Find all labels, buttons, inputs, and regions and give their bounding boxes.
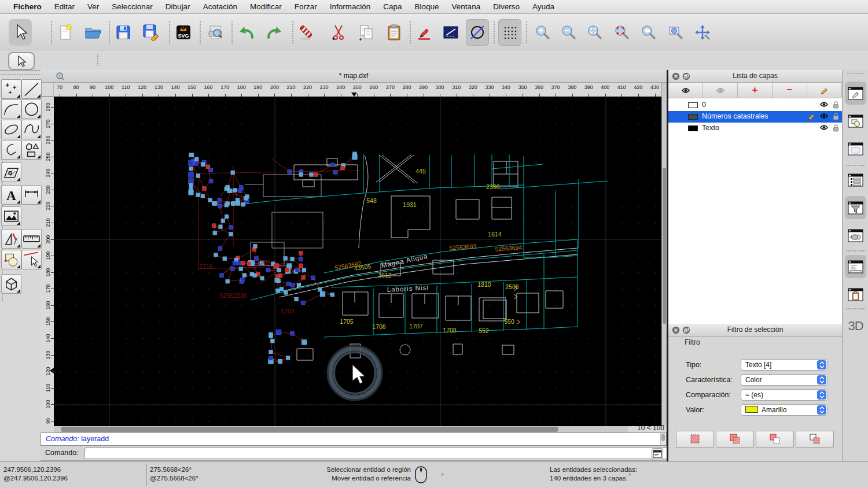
- redo-button[interactable]: [262, 19, 285, 46]
- circle-tool-button[interactable]: [21, 99, 42, 119]
- selection-tool-button[interactable]: [8, 52, 35, 70]
- ellipse-tool-button[interactable]: [1, 120, 21, 139]
- dimension-tool-button[interactable]: [21, 185, 42, 205]
- layer-edit-pencil-icon[interactable]: [807, 113, 815, 122]
- comparacion-select[interactable]: = (es): [741, 389, 827, 401]
- image-tool-button[interactable]: [1, 206, 21, 226]
- selection-filter-panel-icon[interactable]: [845, 196, 866, 219]
- line-tools-button[interactable]: [439, 19, 462, 46]
- layer-visibility-eye-icon[interactable]: [820, 124, 828, 132]
- points-tool-button[interactable]: [1, 79, 21, 99]
- command-line-panel-icon[interactable]: [845, 255, 866, 278]
- save-file-button[interactable]: [112, 19, 135, 46]
- zoom-in-button[interactable]: [531, 19, 554, 46]
- print-preview-button[interactable]: [204, 19, 227, 46]
- block-list-panel-icon[interactable]: [845, 109, 866, 132]
- grid-toggle-button[interactable]: [498, 19, 521, 46]
- drawing-canvas[interactable]: 4452360548193116144350516121810250617051…: [54, 97, 661, 426]
- shapes-tool-button[interactable]: [21, 140, 42, 160]
- menu-acotacion[interactable]: Acotación: [197, 0, 244, 14]
- menu-seleccionar[interactable]: Seleccionar: [105, 0, 159, 14]
- cut-button[interactable]: [327, 19, 350, 46]
- misc-draw-tool-button[interactable]: [1, 229, 21, 249]
- 3d-mode-button[interactable]: 3D: [843, 319, 868, 334]
- menu-diverso[interactable]: Diverso: [487, 0, 526, 14]
- caracteristica-select[interactable]: Color: [741, 374, 827, 386]
- property-editor-panel-icon[interactable]: [845, 168, 866, 191]
- layer-lock-icon[interactable]: [833, 101, 839, 110]
- ruler-tool-button[interactable]: [21, 229, 42, 249]
- pan-button[interactable]: [691, 19, 714, 46]
- new-file-button[interactable]: [54, 19, 77, 46]
- copy-button[interactable]: [355, 19, 378, 46]
- text-tool-button[interactable]: A: [1, 185, 21, 205]
- replace-selection-button[interactable]: [676, 431, 714, 448]
- hatch-tool-button[interactable]: [1, 162, 21, 182]
- dropdown-stepper-icon[interactable]: [817, 360, 826, 369]
- clipboard-panel-icon[interactable]: [845, 283, 866, 306]
- menu-informacion[interactable]: Información: [323, 0, 377, 14]
- add-to-selection-button[interactable]: [716, 431, 754, 448]
- undo-button[interactable]: [236, 19, 259, 46]
- polyline-tool-button[interactable]: [1, 140, 21, 160]
- zoom-previous-button[interactable]: [637, 19, 660, 46]
- zoom-out-button[interactable]: [557, 19, 580, 46]
- select-arrow-button[interactable]: [9, 19, 32, 46]
- layer-list-panel-icon[interactable]: [845, 82, 866, 105]
- svg-export-button[interactable]: SVG: [172, 19, 195, 46]
- toggle-layer-visibility-button[interactable]: [668, 83, 703, 98]
- menu-editar[interactable]: Editar: [48, 0, 81, 14]
- paste-button[interactable]: [382, 19, 406, 46]
- toggle-all-layers-visibility-button[interactable]: [703, 83, 738, 98]
- zoom-selection-button[interactable]: [610, 19, 634, 46]
- layer-row[interactable]: Números catastrales: [668, 111, 842, 123]
- line-tool-button[interactable]: [21, 79, 42, 99]
- vscroll-thumb[interactable]: [663, 168, 666, 324]
- layer-visibility-eye-icon[interactable]: [820, 101, 828, 109]
- layer-lock-icon[interactable]: [833, 124, 839, 134]
- canvas-vertical-scrollbar[interactable]: [661, 83, 667, 426]
- remove-layer-button[interactable]: −: [773, 83, 807, 98]
- solid-tool-button[interactable]: [1, 274, 21, 294]
- menu-forzar[interactable]: Forzar: [288, 0, 323, 14]
- zoom-window-button[interactable]: [664, 19, 687, 46]
- menu-modificar[interactable]: Modificar: [244, 0, 288, 14]
- arc-tool-button[interactable]: [1, 99, 21, 119]
- hscroll-thumb[interactable]: [61, 427, 558, 432]
- dropdown-stepper-icon[interactable]: [817, 390, 826, 400]
- intersect-selection-button[interactable]: [796, 431, 834, 448]
- command-options-button[interactable]: [652, 448, 663, 459]
- valor-select[interactable]: Amarillo: [741, 404, 827, 416]
- canvas-horizontal-scrollbar[interactable]: [54, 426, 628, 432]
- dropdown-stepper-icon[interactable]: [817, 405, 826, 415]
- menu-fichero[interactable]: Fichero: [7, 0, 48, 14]
- command-history-scrollbar[interactable]: [660, 433, 666, 445]
- save-file-as-button[interactable]: [139, 19, 163, 46]
- pen-settings-panel-icon[interactable]: [845, 224, 866, 247]
- edit-layer-button[interactable]: [807, 83, 842, 98]
- library-browser-panel-icon[interactable]: [845, 137, 866, 160]
- modify-tool-button[interactable]: [1, 250, 21, 269]
- layer-row[interactable]: Texto: [668, 123, 842, 134]
- add-layer-button[interactable]: +: [738, 83, 773, 98]
- layer-visibility-eye-icon[interactable]: [820, 113, 828, 121]
- layer-row[interactable]: 0: [668, 99, 842, 111]
- menu-ver[interactable]: Ver: [81, 0, 105, 14]
- menu-ventana[interactable]: Ventana: [446, 0, 487, 14]
- menu-ayuda[interactable]: Ayuda: [526, 0, 561, 14]
- zoom-auto-button[interactable]: [583, 19, 606, 46]
- ellipse-tools-button[interactable]: [466, 19, 489, 46]
- layer-lock-icon[interactable]: [833, 113, 839, 122]
- erase-button[interactable]: [295, 19, 318, 46]
- draw-pencil-button[interactable]: [413, 19, 436, 46]
- remove-from-selection-button[interactable]: [756, 431, 794, 448]
- menu-bloque[interactable]: Bloque: [409, 0, 446, 14]
- snap-tool-button[interactable]: [21, 250, 42, 269]
- command-input[interactable]: [84, 448, 694, 459]
- dropdown-stepper-icon[interactable]: [817, 375, 826, 385]
- menu-dibujar[interactable]: Dibujar: [159, 0, 197, 14]
- spline-tool-button[interactable]: [21, 120, 42, 139]
- open-file-button[interactable]: [82, 19, 105, 46]
- menu-capa[interactable]: Capa: [377, 0, 408, 14]
- tipo-select[interactable]: Texto [4]: [741, 359, 827, 371]
